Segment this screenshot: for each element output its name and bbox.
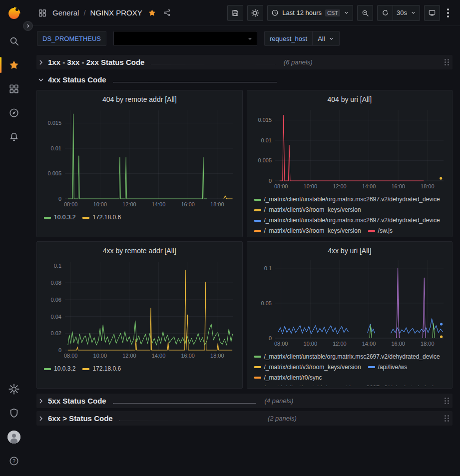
legend-item[interactable]: 172.18.0.6 <box>82 364 121 374</box>
svg-text:0: 0 <box>268 178 271 184</box>
sidebar-item-help[interactable]: ? <box>0 449 28 473</box>
sidebar-item-alerting[interactable] <box>0 125 28 149</box>
legend-label: /_matrix/client/unstable/org.matrix.msc2… <box>264 194 440 205</box>
refresh-interval-label: 30s <box>397 9 407 16</box>
row-title: 5xx Status Code <box>48 397 106 405</box>
panel-chart[interactable]: 00.050.108:0010:0012:0014:0016:0018:00 <box>252 256 448 350</box>
row-drag-handle-icon[interactable] <box>444 415 450 422</box>
timeseries-plot[interactable]: 00.0050.010.01508:0010:0012:0014:0016:00… <box>252 106 448 191</box>
legend-item[interactable]: /_matrix/client/unstable/org.matrix.msc2… <box>254 194 440 205</box>
legend-row: /_matrix/client/unstable/org.matrix.msc2… <box>254 352 448 362</box>
legend-row: /_matrix/client/v3/room_keys/version/api… <box>254 362 448 373</box>
svg-text:12:00: 12:00 <box>333 341 347 347</box>
row-6xx-status-code[interactable]: 6xx > Status Code (2 panels) <box>36 411 453 426</box>
legend-item[interactable]: /_matrix/client/unstable/org.matrix.msc2… <box>254 383 440 386</box>
legend-item[interactable]: /_matrix/client/v3/room_keys/version <box>254 205 361 215</box>
legend-label: /_matrix/client/r0/sync <box>264 373 322 383</box>
panel-chart[interactable]: 00.0050.010.01508:0010:0012:0014:0016:00… <box>42 106 237 211</box>
panel-404-by-uri: 404 by uri [All] 00.0050.010.01508:0010:… <box>247 90 453 237</box>
svg-text:14:00: 14:00 <box>152 353 166 359</box>
request-host-value-dropdown[interactable]: All <box>313 31 339 46</box>
breadcrumb: General / NGINX PROXY <box>37 7 172 18</box>
sidebar-item-dashboards[interactable] <box>0 77 28 101</box>
sidebar: ? <box>0 0 28 476</box>
row-drag-handle-icon[interactable] <box>444 58 450 66</box>
legend-row: /_matrix/client/unstable/org.matrix.msc2… <box>254 215 448 226</box>
legend-swatch-icon <box>254 377 261 379</box>
sidebar-item-profile[interactable] <box>0 425 28 449</box>
tv-mode-button[interactable] <box>424 5 440 21</box>
legend-row: /_matrix/client/v3/room_keys/version <box>254 205 448 215</box>
sidebar-item-server-admin[interactable] <box>0 401 28 425</box>
legend-item[interactable]: /_matrix/client/unstable/org.matrix.msc2… <box>254 215 440 226</box>
chevron-right-icon <box>25 23 30 28</box>
request-host-variable: request_host All <box>264 31 340 46</box>
legend-item[interactable]: /api/live/ws <box>368 362 408 373</box>
svg-text:0.015: 0.015 <box>258 117 272 123</box>
refresh-interval-dropdown[interactable]: 30s <box>393 5 420 21</box>
svg-text:10:00: 10:00 <box>303 183 317 189</box>
legend-item[interactable]: /_matrix/client/v3/room_keys/version <box>254 362 361 373</box>
breadcrumb-dashboard-title[interactable]: NGINX PROXY <box>90 8 142 17</box>
share-button[interactable] <box>162 7 172 18</box>
row-drag-handle-icon[interactable] <box>444 397 450 405</box>
more-options-kebab-button[interactable] <box>444 6 452 19</box>
legend-row: /_matrix/client/unstable/org.matrix.msc2… <box>254 383 448 386</box>
legend-item[interactable]: 10.0.3.2 <box>44 212 75 223</box>
chevron-right-icon <box>37 59 44 66</box>
save-dashboard-button[interactable] <box>227 5 243 21</box>
svg-text:12:00: 12:00 <box>122 201 136 207</box>
legend-label: 172.18.0.6 <box>92 212 121 223</box>
star-filled-icon <box>148 8 156 17</box>
panel-chart[interactable]: 00.020.040.060.080.108:0010:0012:0014:00… <box>42 258 237 362</box>
legend-item[interactable]: 10.0.3.2 <box>44 364 75 374</box>
grafana-logo[interactable] <box>5 5 22 22</box>
alerting-bell-icon <box>8 131 19 142</box>
panel-4xx-by-uri: 4xx by uri [All] 00.050.108:0010:0012:00… <box>247 241 453 389</box>
legend-item[interactable]: 172.18.0.6 <box>82 212 121 223</box>
timeseries-plot[interactable]: 00.0050.010.01508:0010:0012:0014:0016:00… <box>42 106 237 209</box>
dashboard-settings-button[interactable] <box>247 5 263 21</box>
star-icon <box>8 59 19 70</box>
dashboards-grid-icon <box>8 83 19 94</box>
breadcrumb-folder[interactable]: General <box>52 8 79 17</box>
apps-menu-icon[interactable] <box>37 7 48 18</box>
legend-item[interactable]: /sw.js <box>368 226 393 235</box>
datasource-variable-chip[interactable]: DS_PROMETHEUS <box>37 31 106 46</box>
sidebar-item-explore[interactable] <box>0 101 28 125</box>
legend-swatch-icon <box>44 217 51 219</box>
svg-text:18:00: 18:00 <box>210 201 224 207</box>
sidebar-item-configuration[interactable] <box>0 377 28 401</box>
time-range-picker[interactable]: Last 12 hours CST <box>267 5 353 21</box>
legend-label: /_matrix/client/v3/room_keys/version <box>264 205 361 215</box>
refresh-button[interactable] <box>377 5 393 21</box>
zoom-out-time-button[interactable] <box>357 5 373 21</box>
svg-text:0.015: 0.015 <box>47 120 61 126</box>
panel-title[interactable]: 404 by uri [All] <box>252 93 448 106</box>
sidebar-expand-button[interactable] <box>23 21 33 31</box>
row-panel-count: (6 panels) <box>284 58 313 66</box>
sidebar-item-starred[interactable] <box>0 53 28 77</box>
timeseries-plot[interactable]: 00.020.040.060.080.108:0010:0012:0014:00… <box>42 258 237 360</box>
legend-item[interactable]: /_matrix/client/unstable/org.matrix.msc2… <box>254 352 440 362</box>
svg-text:0.06: 0.06 <box>51 297 61 303</box>
panel-title[interactable]: 4xx by remote addr [All] <box>42 245 237 258</box>
row-5xx-status-code[interactable]: 5xx Status Code (4 panels) <box>36 394 453 408</box>
host-variable-select[interactable] <box>113 31 257 46</box>
panel-title[interactable]: 404 by remote addr [All] <box>42 93 237 106</box>
svg-text:10:00: 10:00 <box>303 341 317 347</box>
panel-title[interactable]: 4xx by uri [All] <box>252 245 448 256</box>
row-4xx-status-code[interactable]: 4xx Status Code <box>36 72 453 87</box>
panel-chart[interactable]: 00.0050.010.01508:0010:0012:0014:0016:00… <box>252 106 448 193</box>
favorite-star-button[interactable] <box>147 7 157 18</box>
legend-item[interactable]: /_matrix/client/r0/sync <box>254 373 322 383</box>
svg-text:0.01: 0.01 <box>261 137 271 143</box>
grafana-logo-icon <box>6 6 21 21</box>
legend-label: /api/live/ws <box>378 362 408 373</box>
legend-item[interactable]: /_matrix/client/v3/room_keys/version <box>254 226 361 235</box>
legend-label: /_matrix/client/unstable/org.matrix.msc2… <box>264 383 440 386</box>
panel-legend: 10.0.3.2172.18.0.6 <box>42 212 237 223</box>
row-1xx-3xx-2xx-status-code[interactable]: 1xx - 3xx - 2xx Status Code (6 panels) <box>36 55 453 69</box>
sidebar-item-search[interactable] <box>0 29 28 53</box>
timeseries-plot[interactable]: 00.050.108:0010:0012:0014:0016:0018:00 <box>252 256 448 348</box>
